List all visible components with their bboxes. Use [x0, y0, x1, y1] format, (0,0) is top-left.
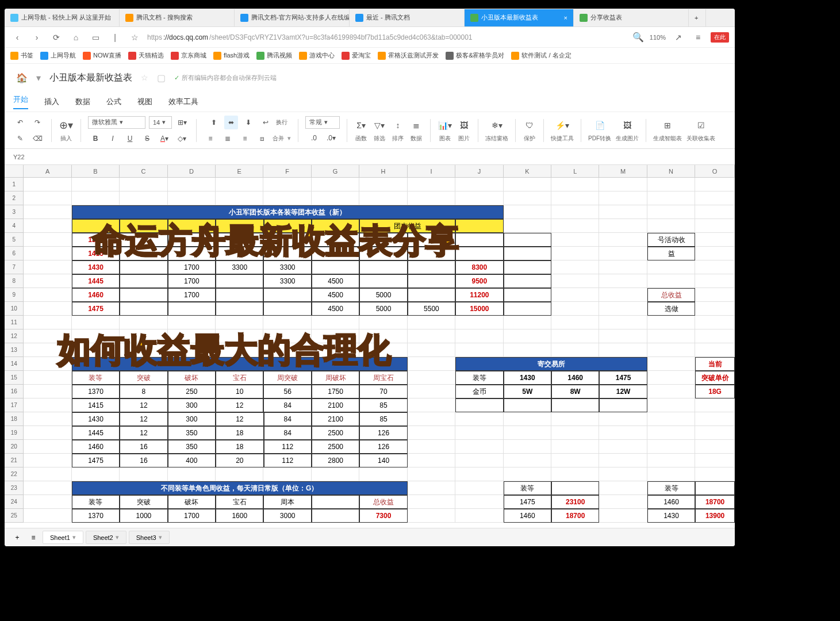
cell[interactable]: 2500: [312, 440, 359, 454]
cell[interactable]: [695, 191, 735, 205]
cell[interactable]: 宝石: [216, 495, 263, 509]
cell[interactable]: 周宝石: [359, 371, 407, 385]
home-button[interactable]: ⌂: [69, 30, 83, 44]
align-left[interactable]: ≡: [204, 132, 217, 145]
name-box[interactable]: Y22: [13, 154, 48, 160]
bookmark-item[interactable]: NOW直播: [83, 51, 121, 60]
row-header[interactable]: 12: [5, 329, 24, 343]
cell[interactable]: [168, 191, 216, 205]
cell[interactable]: [455, 398, 503, 412]
share-button[interactable]: ↗: [672, 30, 685, 44]
cell[interactable]: [408, 260, 455, 274]
cell[interactable]: [647, 440, 695, 454]
cell[interactable]: [408, 467, 455, 481]
menu-item[interactable]: 插入: [44, 97, 59, 107]
cell[interactable]: 300: [168, 398, 216, 412]
col-header[interactable]: O: [695, 165, 735, 177]
add-sheet-button[interactable]: +: [10, 531, 24, 545]
col-header[interactable]: H: [359, 165, 407, 177]
cell[interactable]: [263, 288, 311, 302]
cell[interactable]: [72, 343, 120, 357]
row-header[interactable]: 4: [5, 219, 24, 233]
cell[interactable]: [504, 426, 551, 440]
cell[interactable]: 10: [216, 385, 263, 398]
cell[interactable]: [599, 316, 647, 329]
cell[interactable]: [216, 233, 263, 247]
cell[interactable]: [551, 205, 599, 219]
cell[interactable]: [695, 329, 735, 343]
cell[interactable]: 总收益: [359, 495, 407, 509]
cell[interactable]: [455, 509, 503, 523]
cell[interactable]: [312, 233, 359, 247]
cell[interactable]: 突破: [120, 495, 167, 509]
cell[interactable]: 1700: [168, 288, 216, 302]
cell[interactable]: [408, 233, 455, 247]
cell[interactable]: [216, 191, 263, 205]
cell[interactable]: 1700: [168, 274, 216, 288]
cell[interactable]: [408, 398, 455, 412]
cell[interactable]: [168, 467, 216, 481]
cell[interactable]: [504, 288, 551, 302]
cell[interactable]: 1600: [216, 509, 263, 523]
strike-button[interactable]: S: [140, 132, 154, 145]
cell[interactable]: [599, 426, 647, 440]
cell[interactable]: [408, 440, 455, 454]
cell[interactable]: [455, 233, 503, 247]
cell[interactable]: [168, 316, 216, 329]
cell[interactable]: [264, 219, 312, 233]
cell[interactable]: 4500: [312, 274, 359, 288]
font-select[interactable]: 微软雅黑▾: [88, 116, 145, 129]
cell[interactable]: 18: [216, 426, 263, 440]
cell[interactable]: [647, 412, 695, 426]
cell[interactable]: [551, 274, 599, 288]
cell[interactable]: [695, 467, 735, 481]
cell[interactable]: 5000: [359, 302, 407, 316]
list-sheets-button[interactable]: ≡: [26, 531, 40, 545]
fn-button[interactable]: Σ▾: [354, 118, 368, 132]
cell[interactable]: [359, 467, 407, 481]
cell[interactable]: [647, 371, 695, 385]
row-header[interactable]: 18: [5, 412, 24, 426]
undo-button[interactable]: ↶: [13, 116, 27, 129]
cell[interactable]: [551, 302, 599, 316]
insert-button[interactable]: ⊕▾: [59, 118, 74, 132]
row-header[interactable]: 13: [5, 343, 24, 357]
cell[interactable]: [24, 178, 71, 191]
cell[interactable]: 8W: [551, 385, 599, 398]
cell[interactable]: 1445: [72, 274, 120, 288]
cell[interactable]: [408, 454, 455, 467]
folder-icon[interactable]: ▢: [157, 72, 166, 83]
menu-item[interactable]: 视图: [137, 97, 152, 107]
cell[interactable]: [695, 454, 735, 467]
cell[interactable]: [599, 467, 647, 481]
cell[interactable]: [695, 178, 735, 191]
cell[interactable]: [455, 426, 503, 440]
cell[interactable]: [24, 481, 71, 495]
cell[interactable]: [120, 247, 167, 260]
cell[interactable]: 1700: [168, 509, 216, 523]
col-header[interactable]: J: [455, 165, 503, 177]
new-tab-button[interactable]: +: [689, 9, 706, 26]
dec-inc[interactable]: .0: [307, 131, 321, 145]
cell[interactable]: [120, 343, 167, 357]
bookmark-item[interactable]: 软件测试 / 名企定: [511, 51, 571, 60]
sheet-rows[interactable]: 123小丑军团长版本各装等团本收益（新）4团本收益51370号活动收61415益…: [5, 178, 735, 523]
genimg-button[interactable]: 🖼: [620, 118, 634, 132]
cell[interactable]: [120, 302, 167, 316]
cell[interactable]: 3000: [263, 509, 311, 523]
cell[interactable]: 4500: [312, 288, 359, 302]
bookmark-item[interactable]: 书签: [10, 51, 33, 60]
cell[interactable]: [359, 343, 407, 357]
cell[interactable]: [216, 274, 263, 288]
cell[interactable]: 周突破: [263, 371, 311, 385]
cell[interactable]: [408, 509, 455, 523]
cell[interactable]: [408, 495, 455, 509]
cell[interactable]: [647, 426, 695, 440]
cell[interactable]: [312, 495, 359, 509]
cell[interactable]: 1445: [72, 426, 120, 440]
cell[interactable]: [359, 329, 407, 343]
cell[interactable]: [408, 274, 455, 288]
cell[interactable]: [647, 178, 695, 191]
cell[interactable]: 团本收益: [359, 219, 455, 233]
cell[interactable]: [599, 205, 647, 219]
